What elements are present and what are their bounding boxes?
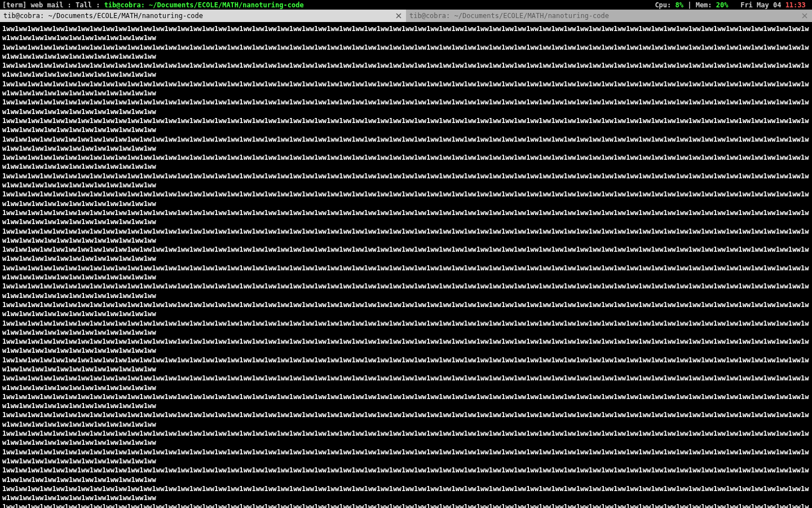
terminal-tab-1-title: tib@cobra: ~/Documents/ECOLE/MATH/nanotu… [3,12,203,20]
status-tail [806,1,810,9]
status-date: Fri May 04 [740,1,785,9]
status-gap [728,1,740,9]
terminal-tab-2-title: tib@cobra: ~/Documents/ECOLE/MATH/nanotu… [409,12,609,20]
status-bar: [term] web mail : Tall : tib@cobra: ~/Do… [0,0,812,10]
close-icon[interactable] [395,12,403,20]
status-cpu-value: 8% [676,1,683,9]
status-window-list: web mail : Tall : [27,1,104,9]
tab-strip: tib@cobra: ~/Documents/ECOLE/MATH/nanotu… [0,10,812,22]
turing-tape-output: 1ww1ww1ww1ww1ww1ww1ww1ww1ww1ww1ww1ww1ww1… [2,24,810,508]
status-mem-value: 20% [716,1,729,9]
terminal-tab-2[interactable]: tib@cobra: ~/Documents/ECOLE/MATH/nanotu… [406,10,812,22]
status-term-label: [term] [2,1,27,9]
close-icon[interactable] [801,12,809,20]
terminal-tab-1[interactable]: tib@cobra: ~/Documents/ECOLE/MATH/nanotu… [0,10,406,22]
status-cpu-label: Cpu: [655,1,675,9]
status-sep: | [683,1,696,9]
status-time: 11:33 [785,1,806,9]
terminal-viewport[interactable]: 1ww1ww1ww1ww1ww1ww1ww1ww1ww1ww1ww1ww1ww1… [0,22,812,508]
status-window-title: tib@cobra: ~/Documents/ECOLE/MATH/nanotu… [104,1,304,9]
status-mem-label: Mem: [696,1,716,9]
